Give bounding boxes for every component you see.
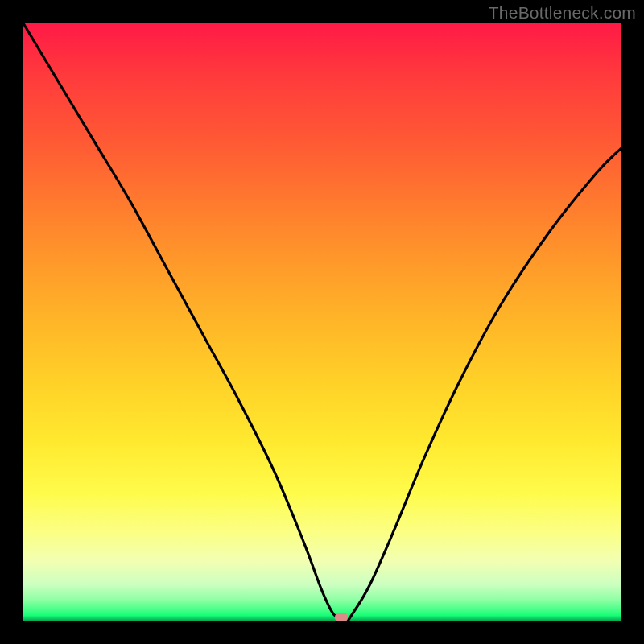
optimal-point-marker	[335, 613, 348, 621]
bottleneck-curve	[23, 23, 621, 621]
outer-frame: TheBottleneck.com	[0, 0, 644, 644]
watermark-text: TheBottleneck.com	[489, 3, 636, 23]
plot-area	[23, 23, 621, 621]
